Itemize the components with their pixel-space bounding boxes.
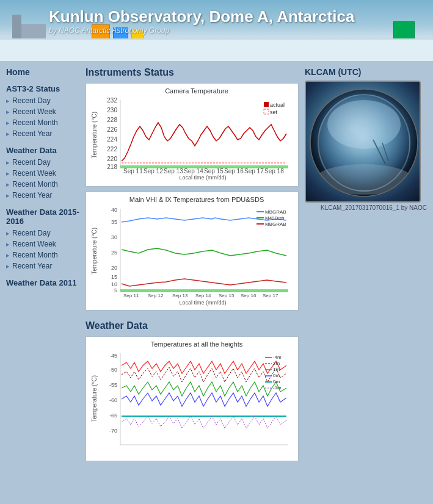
svg-text:40: 40	[111, 207, 117, 213]
svg-text:20: 20	[111, 265, 117, 271]
svg-text:Sep 18: Sep 18	[264, 168, 284, 175]
sidebar: Home AST3-2 Status Recent Day Recent Wee…	[6, 67, 79, 466]
svg-rect-48	[120, 289, 288, 292]
svg-rect-21	[264, 109, 269, 114]
svg-text:Sep 12: Sep 12	[148, 293, 164, 298]
svg-text:Sep 16: Sep 16	[224, 168, 244, 175]
sidebar-item-ast3-recent-week[interactable]: Recent Week	[6, 107, 79, 117]
svg-text:218: 218	[107, 164, 117, 170]
sidebar-item-weather-recent-day[interactable]: Recent Day	[6, 157, 79, 167]
svg-text:-70: -70	[109, 428, 117, 434]
svg-text:set: set	[270, 109, 278, 115]
klcam-caption: KLCAM_20170317070016_1 by NAOC	[305, 204, 427, 211]
svg-line-75	[382, 143, 388, 161]
chart2-ylabel: Temperature (°C)	[90, 228, 99, 275]
svg-rect-19	[264, 102, 269, 107]
svg-text:-50: -50	[109, 367, 117, 373]
svg-text:222: 222	[107, 146, 117, 153]
svg-text:Sep 14: Sep 14	[184, 168, 203, 175]
svg-text:M40Dish: M40Dish	[265, 215, 285, 221]
weather-chart-ylabel: Temperature (°C)	[90, 375, 99, 422]
svg-text:Local time (mm/dd): Local time (mm/dd)	[179, 300, 226, 306]
camera-temp-chart: Temperature (°C) Camera Temperature 232 …	[86, 83, 299, 187]
sidebar-item-weather-recent-year[interactable]: Recent Year	[6, 190, 79, 200]
sidebar-item-weather2015-recent-day[interactable]: Recent Day	[6, 228, 79, 238]
svg-text:MBGRAB: MBGRAB	[265, 221, 286, 227]
svg-point-72	[327, 100, 401, 149]
weather-temp-svg: -45 -50 -55 -60 -65 -70	[99, 350, 294, 457]
svg-text:Sep 16: Sep 16	[241, 293, 257, 298]
svg-text:0m: 0m	[273, 373, 280, 378]
svg-text:35: 35	[111, 219, 117, 225]
weather-section: Weather Data Temperature (°C) Temperatur…	[86, 320, 299, 461]
chart1-ylabel: Temperature (°C)	[90, 112, 99, 159]
chart1-title: Camera Temperature	[99, 87, 294, 95]
sidebar-item-weather2015-recent-month[interactable]: Recent Month	[6, 250, 79, 260]
svg-text:-4m: -4m	[273, 355, 282, 360]
sidebar-item-ast3-recent-day[interactable]: Recent Day	[6, 96, 79, 106]
weather-title: Weather Data	[86, 320, 299, 331]
page-header: Kunlun Observatory, Dome A, Antarctica b…	[0, 0, 433, 61]
svg-text:Sep 15: Sep 15	[219, 293, 235, 298]
svg-text:5: 5	[114, 287, 117, 293]
svg-rect-23	[120, 165, 288, 168]
svg-text:232: 232	[107, 97, 117, 104]
camera-temp-svg: 232 230 228 226 224 222 220 218 Sep 11 S…	[99, 97, 294, 182]
svg-text:Sep 11: Sep 11	[123, 168, 143, 175]
sidebar-item-weather2015-recent-year[interactable]: Recent Year	[6, 261, 79, 271]
weather-temp-chart: Temperature (°C) Temperatures at all the…	[86, 336, 299, 461]
svg-text:224: 224	[107, 136, 117, 143]
svg-text:2m: 2m	[273, 361, 280, 366]
svg-text:Sep 11: Sep 11	[123, 293, 139, 298]
klcam-title: KLCAM (UTC)	[305, 67, 427, 77]
sidebar-item-weather-recent-month[interactable]: Recent Month	[6, 179, 79, 189]
svg-text:Sep 17: Sep 17	[263, 293, 278, 298]
nav-section-ast3: AST3-2 Status	[6, 84, 79, 93]
home-link[interactable]: Home	[6, 67, 79, 77]
svg-text:Sep 17: Sep 17	[244, 168, 264, 175]
svg-text:Sep 13: Sep 13	[172, 293, 188, 298]
svg-text:30: 30	[111, 234, 117, 240]
svg-text:Sep 13: Sep 13	[164, 168, 183, 175]
svg-text:1m: 1m	[273, 367, 280, 372]
svg-text:-45: -45	[109, 353, 117, 359]
svg-text:-60: -60	[109, 397, 117, 403]
site-title: Kunlun Observatory, Dome A, Antarctica	[49, 7, 354, 26]
site-subtitle: by NAOC Antarctic Astronomy Group	[49, 26, 354, 35]
svg-text:25: 25	[111, 250, 117, 256]
svg-text:10: 10	[111, 281, 117, 287]
sidebar-item-ast3-recent-year[interactable]: Recent Year	[6, 129, 79, 139]
instruments-title: Instruments Status	[86, 67, 299, 78]
weather-chart-title: Temperatures at all the heights	[99, 340, 294, 348]
svg-line-74	[373, 140, 385, 164]
svg-text:-1m: -1m	[273, 385, 282, 391]
sidebar-item-weather-recent-week[interactable]: Recent Week	[6, 168, 79, 178]
svg-text:actual: actual	[270, 102, 285, 108]
svg-text:Sep 12: Sep 12	[144, 168, 163, 175]
nav-section-weather: Weather Data	[6, 146, 79, 155]
svg-text:15: 15	[111, 274, 117, 280]
svg-point-73	[315, 164, 413, 195]
svg-text:-55: -55	[109, 382, 117, 388]
vhi-temp-svg: 40 35 30 25 20 15 10 5 Sep 11 Sep 12 Sep…	[99, 206, 294, 306]
svg-text:Sep 14: Sep 14	[195, 293, 211, 298]
sidebar-item-weather2015-recent-week[interactable]: Recent Week	[6, 239, 79, 249]
svg-text:MBGRAB: MBGRAB	[265, 209, 286, 215]
nav-section-weather2015: Weather Data 2015-2016	[6, 207, 79, 226]
svg-text:Local time (mm/dd): Local time (mm/dd)	[179, 175, 226, 181]
svg-text:226: 226	[107, 126, 117, 133]
svg-text:0m: 0m	[273, 379, 280, 384]
vhi-temp-chart: Temperature (°C) Main VHI & IX Temperatu…	[86, 192, 299, 311]
svg-text:-65: -65	[109, 412, 117, 419]
right-panel: KLCAM (UTC)	[305, 67, 427, 466]
svg-text:228: 228	[107, 117, 117, 123]
nav-section-weather2011: Weather Data 2011	[6, 278, 79, 287]
svg-text:220: 220	[107, 156, 117, 162]
instruments-section: Instruments Status Temperature (°C) Came…	[86, 67, 299, 311]
klcam-image	[305, 81, 421, 203]
svg-text:Sep 15: Sep 15	[204, 168, 224, 175]
chart2-title: Main VHI & IX Temperatures from PDU&SDS	[99, 196, 294, 203]
svg-text:230: 230	[107, 107, 117, 113]
sidebar-item-ast3-recent-month[interactable]: Recent Month	[6, 118, 79, 128]
